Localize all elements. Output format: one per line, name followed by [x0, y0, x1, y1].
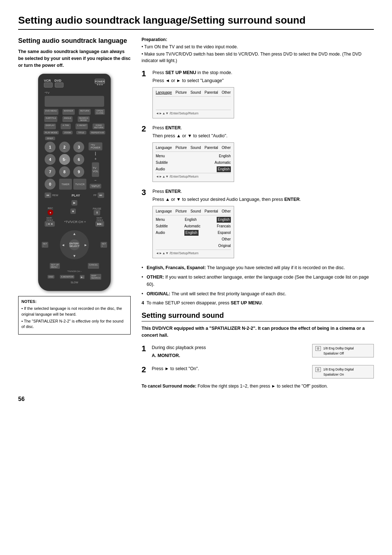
surround-step-1-text2: A. MONITOR.	[152, 352, 306, 359]
surround-step-1: 1 During disc playback press A. MONITOR.…	[142, 344, 374, 360]
nav-right-arrow[interactable]: ►	[84, 243, 87, 247]
step-2-text1: Press ENTER.	[152, 124, 374, 131]
btn-5[interactable]: 5◦	[59, 154, 70, 165]
cancel-section: To cancel Surround mode: Follow the righ…	[142, 384, 374, 389]
play-mode-btn[interactable]: PLAY MODE	[44, 131, 59, 134]
scr3-pic: Picture	[176, 208, 187, 214]
stop-btn[interactable]: ■	[70, 208, 76, 214]
btn-8[interactable]: 8	[59, 166, 70, 177]
screen-mock-3: Language Picture Sound Parental Other Me…	[152, 206, 234, 258]
notes-box: NOTES: If the selected language is not r…	[18, 296, 131, 335]
enter-select-btn[interactable]: ENTER/SELECT	[69, 239, 80, 250]
play-bottom-btn[interactable]: ▶|	[80, 275, 85, 279]
btn-0[interactable]: 0	[45, 179, 56, 190]
power-button[interactable]: POWER	[95, 79, 105, 84]
set-plus-btn[interactable]: SET+	[101, 242, 107, 248]
notes-item-2: The "SPATIALIZER N-2-2" is effective onl…	[21, 319, 127, 330]
set-minus-btn[interactable]: SET−	[42, 242, 48, 248]
play-btn[interactable]: ▶	[72, 200, 77, 206]
mon-icon-2: ⊡	[315, 367, 321, 372]
power-label: POWER	[95, 80, 105, 83]
mon-line1-1: 1/8 Eng Dolby Digital	[323, 347, 354, 350]
atrk-btn[interactable]: A.TRK	[61, 123, 71, 129]
pause-btn[interactable]: ⏸	[94, 210, 100, 215]
mon-line2-2: Spatializer On	[315, 373, 371, 376]
input-btn[interactable]: *INPUT	[90, 184, 101, 189]
spep-btn[interactable]: SP/EP	[45, 137, 55, 140]
creset-btn[interactable]: C.RESET	[75, 123, 88, 129]
monitor-screen-2: ⊡ 1/8 Eng Dolby Digital Spatializer On	[312, 365, 374, 378]
page-number: 56	[18, 396, 374, 402]
rec-btn[interactable]: ●	[48, 210, 53, 215]
zoom-btn[interactable]: ZOOM	[62, 131, 73, 134]
open-close-btn[interactable]: OPEN/CLOSE	[95, 109, 105, 115]
scr3-lang: Language	[156, 208, 172, 214]
ff-btn[interactable]: ⏭	[98, 193, 104, 198]
setup-menu-btn[interactable]: SET UPMENU	[50, 263, 60, 269]
btn-2[interactable]: 2	[59, 142, 70, 153]
screen-mock-1: Language Picture Sound Parental Other ◄►…	[152, 87, 234, 118]
dvd-menu-btn[interactable]: DVD MENU	[44, 109, 58, 115]
scr3-other: Other	[222, 208, 231, 214]
btn-7[interactable]: 7	[45, 166, 56, 177]
slot-btn-2[interactable]	[55, 82, 64, 88]
marker-btn[interactable]: MARKER	[62, 109, 75, 115]
screen-mock-2: Language Picture Sound Parental Other Me…	[152, 142, 234, 182]
angle-btn[interactable]: ANGLE	[62, 116, 73, 122]
tv-vcr-btn[interactable]: TV/VCR	[73, 179, 86, 190]
scr2-row-audio: Audio English	[156, 166, 231, 172]
btn-9[interactable]: 9	[73, 166, 84, 177]
scr2-lang: Language	[156, 145, 172, 151]
surround-section: Setting surround sound This DVD/VCR equi…	[142, 311, 374, 389]
btn-4[interactable]: 4	[45, 154, 56, 165]
fond-return-btn[interactable]: FONDRETURN	[93, 123, 105, 129]
step-1: 1 Press SET UP MENU in the stop mode. Pr…	[142, 69, 374, 118]
scr3-parental: Parental	[205, 208, 218, 214]
btn-1[interactable]: 1	[45, 142, 56, 153]
display-btn[interactable]: DISPLAY	[44, 123, 56, 129]
scr3-nav: ◄►▲▼ /Enter/Setup/Return	[156, 250, 231, 256]
slot-btn-1[interactable]	[44, 82, 53, 88]
scr1-parental: Parental	[205, 90, 218, 96]
scr2-pic: Picture	[176, 145, 187, 151]
title-btn[interactable]: TITLE	[76, 131, 86, 134]
monitor-screen-1: ⊡ 1/8 Eng Dolby Digital Spatializer Off	[312, 344, 374, 357]
bullet-other: OTHER: If you want to select another lan…	[142, 274, 374, 288]
surround-intro: This DVD/VCR equipped with a "SPATIALIZE…	[142, 325, 374, 339]
btn-6[interactable]: 6	[73, 154, 84, 165]
tv-power-btn[interactable]: *TVPOWER	[89, 142, 102, 150]
surround-step-1-num: 1	[142, 344, 149, 353]
nav-up-arrow[interactable]: ▲	[73, 232, 76, 236]
repeat-ab-btn[interactable]: REPEAT A-B	[90, 131, 105, 134]
bullet-english: English, Francais, Espanol: The language…	[142, 264, 374, 271]
osd-btn[interactable]: OSD	[48, 275, 54, 279]
rew-btn[interactable]: ⏮	[45, 193, 51, 198]
cancel-btn[interactable]: CANCEL	[88, 263, 99, 269]
scr1-nav: ◄►▲▼ /Enter/Setup/Return	[156, 110, 231, 116]
scr2-parental: Parental	[205, 145, 218, 151]
btn-3[interactable]: 3	[73, 142, 84, 153]
scr1-other: Other	[222, 90, 231, 96]
subtitle-btn[interactable]: SUBTITLE	[44, 116, 58, 122]
step-2-text2: Then press ▲ or ▼ to select "Audio".	[152, 132, 374, 139]
surround-title: Setting surround sound	[142, 311, 374, 321]
remote-display	[45, 96, 104, 107]
skip-back-btn[interactable]: |◄◄	[45, 221, 55, 227]
search-btn[interactable]: SKIPSEARCH	[90, 274, 101, 280]
nav-left-arrow[interactable]: ◄	[61, 243, 65, 247]
a-monitor-btn[interactable]: A.MONITOR	[60, 275, 74, 279]
return-btn[interactable]: RETURN	[79, 109, 91, 115]
vcr-label: VCR	[44, 79, 51, 82]
nav-down-arrow[interactable]: ▼	[73, 254, 76, 258]
mon-icon-1: ⊡	[315, 346, 321, 351]
surround-step-2-text: Press ► to select "On".	[152, 365, 306, 372]
scr1-sound: Sound	[191, 90, 201, 96]
timer-btn[interactable]: TIMER	[59, 179, 72, 190]
dvd-label: DVD	[54, 79, 61, 82]
step-3-num: 3	[142, 188, 149, 197]
audio-section-title: Setting audio soundtrack language	[18, 37, 131, 45]
prep-title: Preparation:	[142, 37, 374, 42]
search-mode-btn[interactable]: SEARCHMODE	[78, 116, 90, 122]
skip-fwd-btn[interactable]: ▶▶|	[95, 221, 104, 227]
scr2-other: Other	[222, 145, 231, 151]
